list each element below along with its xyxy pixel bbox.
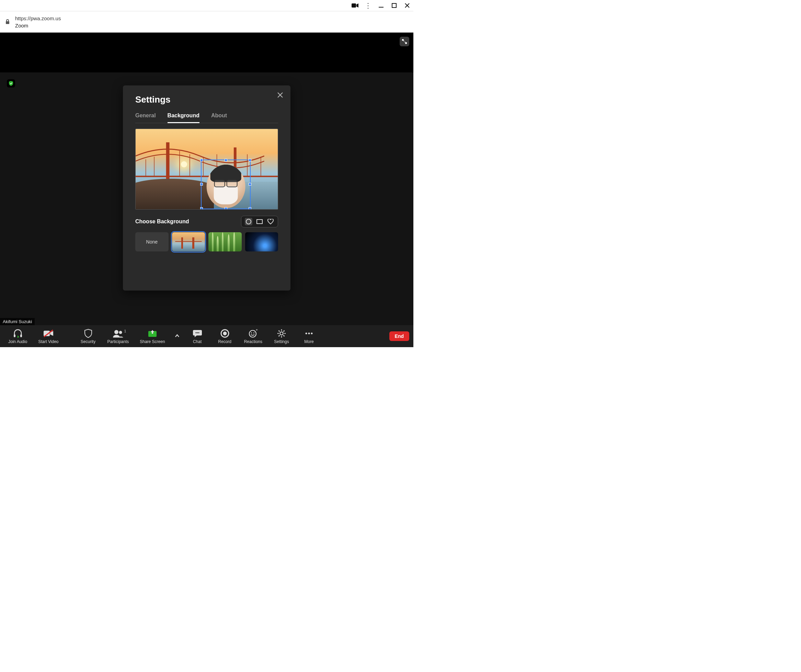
- svg-line-37: [279, 331, 280, 332]
- participants-button[interactable]: 1 Participants: [103, 328, 133, 344]
- svg-point-14: [246, 219, 251, 224]
- toolbar-label: Settings: [274, 339, 289, 344]
- chat-icon: [193, 328, 202, 338]
- face-crop-box[interactable]: [201, 159, 251, 209]
- video-off-icon: [43, 328, 54, 338]
- browser-url[interactable]: https://pwa.zoom.us: [15, 15, 61, 21]
- modal-title: Settings: [135, 94, 278, 105]
- svg-line-40: [279, 335, 280, 337]
- record-icon: [220, 328, 229, 338]
- svg-rect-0: [352, 3, 356, 8]
- choose-background-label: Choose Background: [135, 218, 189, 225]
- svg-rect-3: [6, 21, 9, 24]
- svg-point-42: [308, 333, 310, 334]
- svg-rect-17: [20, 334, 22, 337]
- toolbar-label: Security: [81, 339, 95, 344]
- gear-icon: [277, 328, 286, 338]
- svg-point-21: [119, 331, 122, 334]
- share-screen-button[interactable]: Share Screen: [136, 328, 169, 344]
- address-bar: https://pwa.zoom.us Zoom: [0, 11, 413, 32]
- settings-modal: Settings General Background About: [123, 85, 291, 290]
- toolbar-label: Reactions: [244, 339, 262, 344]
- tab-background[interactable]: Background: [167, 112, 199, 123]
- reactions-icon: +: [248, 328, 258, 338]
- chat-button[interactable]: Chat: [185, 328, 210, 344]
- bg-option-none-label: None: [146, 239, 158, 245]
- maximize-icon[interactable]: [391, 2, 397, 9]
- record-button[interactable]: Record: [212, 328, 237, 344]
- share-options-chevron[interactable]: [172, 331, 182, 342]
- toolbar-label: Record: [218, 339, 232, 344]
- svg-line-39: [284, 331, 285, 332]
- svg-point-24: [197, 332, 198, 333]
- svg-line-38: [284, 335, 285, 337]
- video-stage: Settings General Background About: [0, 72, 413, 325]
- participants-count-badge: 1: [124, 329, 126, 333]
- crop-handle[interactable]: [225, 159, 227, 162]
- crop-handle[interactable]: [200, 159, 203, 162]
- join-audio-button[interactable]: Join Audio: [4, 328, 31, 344]
- crop-handle[interactable]: [225, 207, 227, 209]
- camera-icon[interactable]: [352, 2, 359, 9]
- settings-tabs: General Background About: [135, 112, 278, 123]
- fullscreen-icon[interactable]: [400, 37, 409, 46]
- svg-rect-15: [257, 220, 262, 224]
- share-screen-icon: [147, 328, 158, 338]
- close-modal-icon[interactable]: [277, 91, 284, 99]
- lock-icon: [5, 19, 11, 25]
- participant-name-overlay: Akifumi Suzuki: [0, 318, 35, 325]
- toolbar-label: Start Video: [38, 339, 58, 344]
- crop-handle[interactable]: [200, 207, 203, 209]
- toolbar-label: Share Screen: [140, 339, 165, 344]
- meeting-toolbar: Join Audio Start Video Security 1 Partic…: [0, 325, 413, 347]
- tab-about[interactable]: About: [211, 112, 227, 123]
- encryption-shield-icon[interactable]: [7, 79, 15, 87]
- headphones-icon: [13, 328, 23, 338]
- tab-general[interactable]: General: [135, 112, 156, 123]
- security-button[interactable]: Security: [76, 328, 101, 344]
- more-icon: [304, 328, 314, 338]
- toolbar-label: Join Audio: [8, 339, 27, 344]
- svg-point-43: [311, 333, 313, 334]
- start-video-button[interactable]: Start Video: [34, 328, 63, 344]
- crop-handle[interactable]: [249, 183, 251, 186]
- svg-point-23: [195, 332, 196, 333]
- background-preview-container: [135, 128, 278, 210]
- background-options-row: None: [135, 232, 278, 252]
- toolbar-label: Participants: [108, 339, 129, 344]
- titlebar: ⋮: [0, 0, 413, 11]
- shape-rect-icon[interactable]: [256, 218, 263, 225]
- svg-point-41: [306, 333, 307, 334]
- svg-point-28: [249, 330, 256, 337]
- toolbar-label: Chat: [193, 339, 201, 344]
- svg-point-25: [198, 332, 199, 333]
- close-window-icon[interactable]: [404, 2, 411, 9]
- svg-point-30: [253, 332, 254, 334]
- more-button[interactable]: More: [297, 328, 322, 344]
- shape-circle-icon[interactable]: [245, 218, 253, 225]
- svg-rect-16: [14, 334, 16, 337]
- crop-handle[interactable]: [200, 183, 203, 186]
- bg-option-space[interactable]: [245, 232, 278, 252]
- svg-point-29: [251, 332, 252, 334]
- toolbar-label: More: [304, 339, 314, 344]
- bg-option-bridge[interactable]: [172, 232, 205, 252]
- background-preview[interactable]: [136, 129, 278, 209]
- user-face-preview: [207, 165, 246, 208]
- crop-handle[interactable]: [249, 159, 251, 162]
- reactions-button[interactable]: + Reactions: [240, 328, 266, 344]
- chevron-up-icon: [175, 331, 180, 341]
- end-meeting-button[interactable]: End: [389, 331, 409, 341]
- settings-button[interactable]: Settings: [269, 328, 294, 344]
- svg-rect-2: [392, 3, 396, 8]
- bg-option-grass[interactable]: [208, 232, 242, 252]
- svg-rect-1: [379, 7, 383, 8]
- minimize-icon[interactable]: [378, 2, 384, 9]
- participants-icon: [113, 328, 124, 338]
- svg-point-20: [114, 330, 119, 334]
- svg-point-27: [223, 332, 227, 335]
- bg-option-none[interactable]: None: [135, 232, 169, 252]
- crop-handle[interactable]: [249, 207, 251, 209]
- kebab-menu-icon[interactable]: ⋮: [365, 2, 372, 9]
- shape-heart-icon[interactable]: [267, 218, 274, 225]
